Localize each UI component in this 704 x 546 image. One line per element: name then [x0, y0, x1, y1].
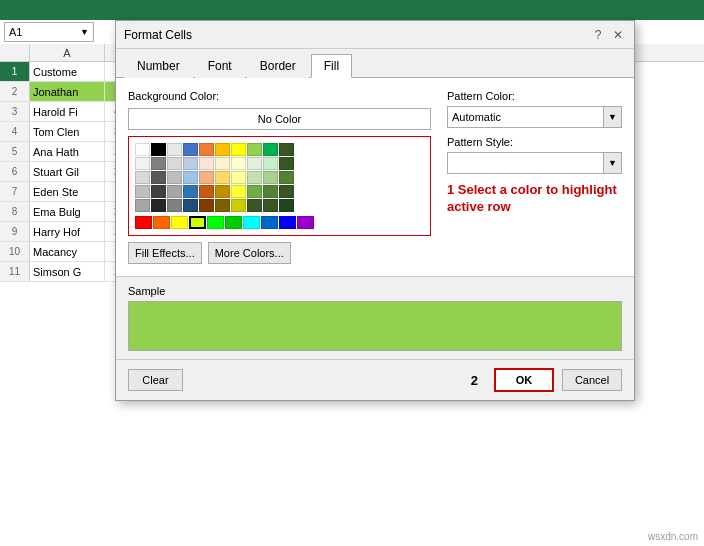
- cell-a: Tom Clen: [30, 122, 105, 141]
- color-cell[interactable]: [231, 185, 246, 198]
- color-cell-cyan[interactable]: [243, 216, 260, 229]
- color-cell[interactable]: [215, 185, 230, 198]
- color-cell[interactable]: [279, 171, 294, 184]
- color-cell[interactable]: [247, 157, 262, 170]
- color-cell[interactable]: [151, 171, 166, 184]
- cell-a: Macancy: [30, 242, 105, 261]
- color-cell[interactable]: [279, 199, 294, 212]
- color-cell-darkgreen[interactable]: [225, 216, 242, 229]
- clear-button[interactable]: Clear: [128, 369, 183, 391]
- color-cell[interactable]: [199, 157, 214, 170]
- sample-box: [128, 301, 622, 351]
- tab-border[interactable]: Border: [247, 54, 309, 78]
- tab-font[interactable]: Font: [195, 54, 245, 78]
- watermark: wsxdn.com: [648, 531, 698, 542]
- color-cell-navy[interactable]: [279, 216, 296, 229]
- format-cells-dialog: Format Cells ? ✕ Number Font Border Fill…: [115, 20, 635, 401]
- pattern-style-dropdown[interactable]: ▼: [447, 152, 622, 174]
- color-cell[interactable]: [215, 199, 230, 212]
- row-num: 4: [0, 122, 30, 141]
- color-row-5: [135, 199, 424, 212]
- color-cell[interactable]: [135, 199, 150, 212]
- color-cell[interactable]: [263, 143, 278, 156]
- color-cell[interactable]: [135, 157, 150, 170]
- color-cell[interactable]: [151, 157, 166, 170]
- color-cell[interactable]: [279, 157, 294, 170]
- color-cell-lime-selected[interactable]: [189, 216, 206, 229]
- color-cell[interactable]: [167, 185, 182, 198]
- color-cell[interactable]: [135, 143, 150, 156]
- ok-button[interactable]: OK: [494, 368, 554, 392]
- color-cell[interactable]: [167, 171, 182, 184]
- color-cell[interactable]: [247, 199, 262, 212]
- dialog-title: Format Cells: [124, 28, 192, 42]
- color-cell[interactable]: [183, 143, 198, 156]
- name-box[interactable]: A1 ▼: [4, 22, 94, 42]
- color-cell[interactable]: [151, 185, 166, 198]
- color-cell[interactable]: [231, 171, 246, 184]
- color-cell-purple[interactable]: [297, 216, 314, 229]
- color-cell[interactable]: [247, 185, 262, 198]
- color-cell[interactable]: [167, 157, 182, 170]
- tab-number[interactable]: Number: [124, 54, 193, 78]
- left-panel: Background Color: No Color: [128, 90, 431, 264]
- row-num: 9: [0, 222, 30, 241]
- color-cell[interactable]: [183, 185, 198, 198]
- color-cell[interactable]: [167, 199, 182, 212]
- color-cell[interactable]: [247, 143, 262, 156]
- color-cell[interactable]: [135, 185, 150, 198]
- tabs-row: Number Font Border Fill: [116, 49, 634, 78]
- color-cell-blue[interactable]: [261, 216, 278, 229]
- color-cell[interactable]: [263, 171, 278, 184]
- color-row-4: [135, 185, 424, 198]
- row-num: 1: [0, 62, 30, 81]
- color-cell[interactable]: [231, 199, 246, 212]
- color-cell[interactable]: [263, 157, 278, 170]
- color-cell[interactable]: [151, 199, 166, 212]
- fill-effects-button[interactable]: Fill Effects...: [128, 242, 202, 264]
- tab-fill[interactable]: Fill: [311, 54, 352, 78]
- color-cell[interactable]: [199, 171, 214, 184]
- color-cell[interactable]: [199, 185, 214, 198]
- row-num: 11: [0, 262, 30, 281]
- pattern-style-label: Pattern Style:: [447, 136, 622, 148]
- sample-section: Sample: [116, 276, 634, 359]
- color-cell[interactable]: [183, 157, 198, 170]
- color-cell-green[interactable]: [207, 216, 224, 229]
- instruction-text: 1 Select a color to highlight active row: [447, 182, 622, 216]
- color-cell[interactable]: [279, 185, 294, 198]
- dialog-footer: Clear 2 OK Cancel: [116, 359, 634, 400]
- color-cell[interactable]: [199, 199, 214, 212]
- bottom-buttons: Fill Effects... More Colors...: [128, 242, 431, 264]
- color-cell[interactable]: [231, 143, 246, 156]
- color-cell[interactable]: [263, 199, 278, 212]
- color-cell[interactable]: [135, 171, 150, 184]
- more-colors-button[interactable]: More Colors...: [208, 242, 291, 264]
- color-row-3: [135, 171, 424, 184]
- color-cell[interactable]: [215, 157, 230, 170]
- cancel-button[interactable]: Cancel: [562, 369, 622, 391]
- help-button[interactable]: ?: [590, 27, 606, 43]
- color-cell-red[interactable]: [135, 216, 152, 229]
- color-cell[interactable]: [279, 143, 294, 156]
- color-cell[interactable]: [215, 143, 230, 156]
- color-cell[interactable]: [263, 185, 278, 198]
- color-cell[interactable]: [151, 143, 166, 156]
- color-cell[interactable]: [167, 143, 182, 156]
- background-color-label: Background Color:: [128, 90, 431, 102]
- pattern-color-arrow[interactable]: ▼: [603, 107, 621, 127]
- pattern-color-dropdown[interactable]: Automatic ▼: [447, 106, 622, 128]
- color-cell[interactable]: [183, 199, 198, 212]
- pattern-style-arrow[interactable]: ▼: [603, 153, 621, 173]
- cell-a: Custome: [30, 62, 105, 81]
- color-cell[interactable]: [247, 171, 262, 184]
- pattern-color-label: Pattern Color:: [447, 90, 622, 102]
- color-cell-orange[interactable]: [153, 216, 170, 229]
- color-cell[interactable]: [231, 157, 246, 170]
- color-cell[interactable]: [199, 143, 214, 156]
- color-cell-yellow[interactable]: [171, 216, 188, 229]
- no-color-button[interactable]: No Color: [128, 108, 431, 130]
- color-cell[interactable]: [215, 171, 230, 184]
- color-cell[interactable]: [183, 171, 198, 184]
- close-button[interactable]: ✕: [610, 27, 626, 43]
